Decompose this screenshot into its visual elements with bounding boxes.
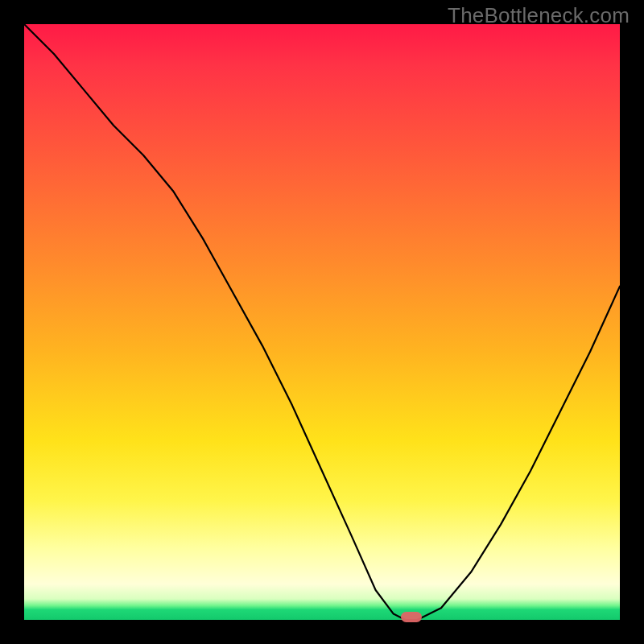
optimum-marker [401, 612, 422, 622]
bottleneck-curve [24, 24, 620, 620]
watermark-text: TheBottleneck.com [448, 3, 630, 28]
